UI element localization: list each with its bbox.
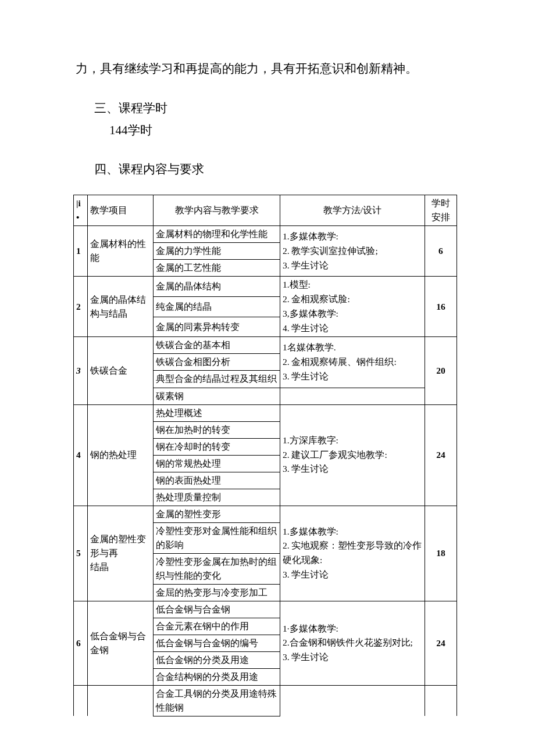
- row-content: 金属材料的物理和化学性能: [154, 226, 280, 243]
- header-method: 教学方法/设计: [280, 195, 425, 226]
- row-content: 低合金钢与合金钢的编号: [154, 635, 280, 651]
- row-method: [280, 685, 425, 716]
- row-hours: 24: [425, 404, 456, 506]
- row-hours: 24: [425, 601, 456, 685]
- row-index: 5: [74, 506, 88, 601]
- row-method: 1.模型: 2. 金相观察试脸: 3,多媒体教学: 4. 学生讨论: [280, 277, 425, 337]
- row-content: 低合金钢的分类及用途: [154, 651, 280, 668]
- row-content: 钢在冷却时的转变: [154, 438, 280, 455]
- row-item: 金属的塑性变形与再 结晶: [87, 506, 153, 601]
- row-method: 1.方深库教字: 2. 建议工厂参观实地教学: 3. 学生讨论: [280, 404, 425, 506]
- row-index: 1: [74, 226, 88, 277]
- row-hours: 20: [425, 337, 456, 404]
- row-content: 铁碳合金相图分析: [154, 354, 280, 371]
- row-method-empty: [280, 388, 425, 404]
- row-hours: 6: [425, 226, 456, 277]
- row-content: 典型合金的结晶过程及其组织: [154, 371, 280, 388]
- row-content: 低合金钢与合金钢: [154, 601, 280, 618]
- row-hours: [425, 685, 456, 716]
- row-index: 4: [74, 404, 88, 506]
- table-row: 1 金属材料的性能 金属材料的物理和化学性能 1.多媒体教学: 2. 教学实训室…: [74, 226, 457, 243]
- row-index: 2: [74, 277, 88, 337]
- row-method: 1.多媒体教学: 2. 教学实训室拉伸试验; 3. 学生讨论: [280, 226, 425, 277]
- table-row: 5 金属的塑性变形与再 结晶 金属的塑性变形 1.多媒体教学: 2. 实地观察：…: [74, 506, 457, 522]
- row-index: [74, 685, 88, 716]
- paragraph-continuation: 力，具有继续学习和再提高的能力，具有开拓意识和创新精神。: [76, 58, 459, 80]
- section-heading-3: 三、课程学时: [94, 98, 459, 120]
- row-content: 钢在加热时的转变: [154, 421, 280, 438]
- row-method: 1·多媒体教学: 2.合金钢和钢铁件火花鉴别对比; 3. 学生讨论: [280, 601, 425, 685]
- row-content: 金属的同素异构转变: [154, 317, 280, 337]
- row-item: [87, 685, 153, 716]
- row-hours: 16: [425, 277, 456, 337]
- row-item: 钢的热处理: [87, 404, 153, 506]
- table-row: 合金工具钢的分类及用途特殊性能钢: [74, 685, 457, 716]
- row-method: 1名媒体教学. 2. 金相观察铸展、钢件组织: 3. 学生讨论: [280, 337, 425, 388]
- table-header-row: |i • 教学项目 教学内容与教学要求 教学方法/设计 学时安排: [74, 195, 457, 226]
- row-item: 金属材料的性能: [87, 226, 153, 277]
- course-content-table: |i • 教学项目 教学内容与教学要求 教学方法/设计 学时安排 1 金属材料的…: [73, 195, 457, 716]
- row-index: 3: [74, 337, 88, 404]
- row-content: 金属的力学性能: [154, 243, 280, 260]
- table-row: 6 低合金钢与合金钢 低合金钢与合金钢 1·多媒体教学: 2.合金钢和钢铁件火花…: [74, 601, 457, 618]
- row-content: 热处理概述: [154, 404, 280, 421]
- row-content: 钢的表面热处理: [154, 472, 280, 489]
- course-hours-text: 144学时: [109, 120, 459, 142]
- table-row: 2 金属的晶体结构与结晶 金属的晶体结构 1.模型: 2. 金相观察试脸: 3,…: [74, 277, 457, 297]
- table-row: 4 钢的热处理 热处理概述 1.方深库教字: 2. 建议工厂参观实地教学: 3.…: [74, 404, 457, 421]
- row-content: 热处理质量控制: [154, 489, 280, 506]
- section-heading-4: 四、课程内容与要求: [94, 159, 459, 181]
- row-content: 冷塑性变形金属在加热时的组织与性能的变化: [154, 553, 280, 584]
- row-content: 金属的晶体结构: [154, 277, 280, 297]
- header-item: 教学项目: [87, 195, 153, 226]
- row-hours: 18: [425, 506, 456, 601]
- row-content: 纯金属的结晶: [154, 296, 280, 317]
- row-content: 合金元素在钢中的作用: [154, 618, 280, 635]
- row-content: 合金结构钢的分类及用途: [154, 668, 280, 685]
- table-row: 3 铁碳合金 铁碳合金的基本相 1名媒体教学. 2. 金相观察铸展、钢件组织: …: [74, 337, 457, 354]
- row-item: 金属的晶体结构与结晶: [87, 277, 153, 337]
- row-item: 低合金钢与合金钢: [87, 601, 153, 685]
- row-method: 1.多媒体教学: 2. 实地观察：塑性变形导致的冷作硬化现象: 3. 学生讨论: [280, 506, 425, 601]
- row-content: 合金工具钢的分类及用途特殊性能钢: [154, 685, 280, 716]
- header-index: |i •: [74, 195, 88, 226]
- row-content: 钢的常规热处理: [154, 455, 280, 472]
- document-page: 力，具有继续学习和再提高的能力，具有开拓意识和创新精神。 三、课程学时 144学…: [0, 0, 535, 751]
- row-index: 6: [74, 601, 88, 685]
- row-content: 冷塑性变形对金属性能和组织的影响: [154, 522, 280, 553]
- row-content: 金屈的热变形与冷变形加工: [154, 584, 280, 601]
- row-content: 铁碳合金的基本相: [154, 337, 280, 354]
- header-hours: 学时安排: [425, 195, 456, 226]
- row-content: 碳素钢: [154, 388, 280, 404]
- row-content: 金属的工艺性能: [154, 260, 280, 277]
- header-content: 教学内容与教学要求: [154, 195, 280, 226]
- row-item: 铁碳合金: [87, 337, 153, 404]
- row-content: 金属的塑性变形: [154, 506, 280, 522]
